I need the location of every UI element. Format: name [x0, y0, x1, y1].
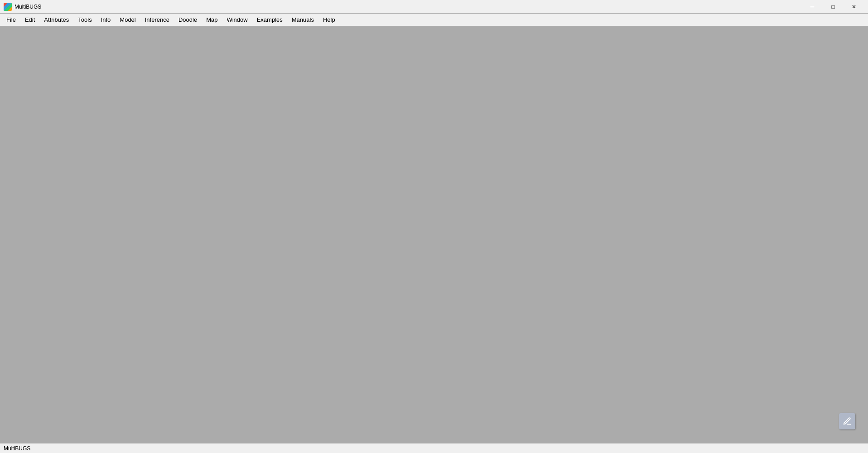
pencil-icon: [843, 417, 852, 426]
menu-item-examples[interactable]: Examples: [252, 15, 287, 25]
status-text: MultiBUGS: [4, 445, 30, 452]
menu-item-edit[interactable]: Edit: [20, 15, 39, 25]
main-content: [0, 26, 868, 443]
app-icon: [4, 3, 12, 11]
window-controls: ─ □ ✕: [802, 0, 864, 14]
menu-item-model[interactable]: Model: [115, 15, 140, 25]
close-button[interactable]: ✕: [844, 0, 864, 14]
menu-item-inference[interactable]: Inference: [140, 15, 174, 25]
floating-edit-button[interactable]: [839, 413, 855, 429]
menu-item-help[interactable]: Help: [318, 15, 340, 25]
menu-item-manuals[interactable]: Manuals: [287, 15, 318, 25]
maximize-button[interactable]: □: [823, 0, 844, 14]
menu-item-attributes[interactable]: Attributes: [39, 15, 73, 25]
menu-item-info[interactable]: Info: [96, 15, 116, 25]
app-logo-icon: [4, 3, 12, 11]
menu-item-window[interactable]: Window: [222, 15, 252, 25]
menu-item-doodle[interactable]: Doodle: [174, 15, 202, 25]
window-title: MultiBUGS: [14, 4, 802, 10]
menu-bar: FileEditAttributesToolsInfoModelInferenc…: [0, 14, 868, 26]
status-bar: MultiBUGS: [0, 443, 868, 453]
menu-item-map[interactable]: Map: [202, 15, 222, 25]
menu-item-file[interactable]: File: [2, 15, 20, 25]
minimize-button[interactable]: ─: [802, 0, 823, 14]
menu-item-tools[interactable]: Tools: [73, 15, 96, 25]
title-bar: MultiBUGS ─ □ ✕: [0, 0, 868, 14]
